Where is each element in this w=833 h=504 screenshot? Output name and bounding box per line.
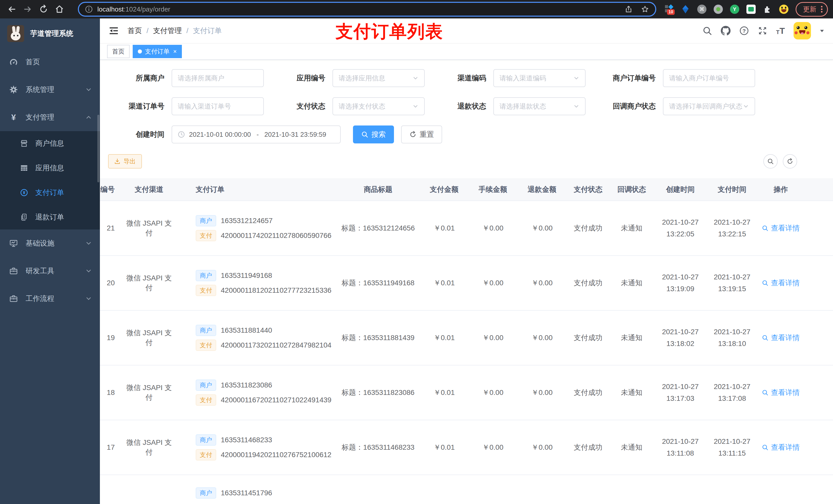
search-button[interactable]: 搜索 [353,125,394,143]
address-bar[interactable]: localhost:1024/pay/order [78,2,656,17]
view-detail-link[interactable]: 查看详情 [762,388,800,398]
forward-icon[interactable] [23,5,32,14]
extension-kite-icon[interactable] [681,5,690,14]
home-icon[interactable] [55,5,64,14]
sidebar-item-refund-order[interactable]: 退款订单 [0,205,100,230]
merchant-order-no: 1635311823086 [221,381,272,389]
pay-tag: 支付 [196,449,216,460]
pay-amount: ￥0.01 [420,256,468,310]
sidebar: 芋道管理系统 首页 系统管理 ¥ 支付管理 商户信息 [0,19,100,504]
view-detail-link[interactable]: 查看详情 [762,278,800,288]
order-id: 21 [100,201,121,256]
breadcrumb-home[interactable]: 首页 [127,26,142,35]
order-id: 20 [100,256,121,310]
fee-amount: ￥0.00 [468,256,518,310]
breadcrumb: 首页 / 支付管理 / 支付订单 [127,26,222,35]
github-icon[interactable] [721,26,731,35]
top-navbar: 首页 / 支付管理 / 支付订单 ? TT [100,19,833,44]
merchant-select-input[interactable]: 请选择所属商户 [172,69,264,87]
app-logo-row[interactable]: 芋道管理系统 [0,19,100,48]
pay-order-cell: 商户1635311823086 支付4200001167202110271022… [177,365,336,420]
extension-puzzle-icon[interactable] [763,5,772,14]
extension-command-icon[interactable]: ⌘ [697,5,707,14]
bookmark-star-icon[interactable] [641,5,649,13]
extension-grid-icon[interactable]: 10 [664,5,674,14]
refresh-table-button[interactable] [783,154,797,169]
channel-code-select[interactable]: 请输入渠道编码 [493,69,586,87]
monitor-icon [9,239,18,248]
sidebar-item-label: 首页 [26,57,40,67]
merchant-tag: 商户 [196,380,216,391]
filter-label: 创建时间 [123,129,164,139]
sidebar-item-label: 支付管理 [26,113,54,122]
tag-pay-order[interactable]: 支付订单× [133,45,182,58]
pay-tag: 支付 [196,340,216,351]
product-title: 标题：1635311881439 [336,310,420,365]
filter-label: 商户订单编号 [606,73,656,83]
pay-status-select[interactable]: 请选择支付状态 [332,97,425,115]
merchant-tag: 商户 [196,215,216,226]
chevron-down-icon [743,103,749,110]
page-content: 所属商户 请选择所属商户 应用编号 请选择应用信息 渠道编码 请输入渠道编码 [100,60,833,504]
col-title: 商品标题 [336,178,420,201]
product-title: 标题：1635311823086 [336,365,420,420]
pay-status: 支付成功 [567,310,610,365]
merchant-tag: 商户 [196,325,216,336]
magnifier-icon [762,389,768,396]
site-info-icon[interactable] [85,5,93,13]
breadcrumb-section[interactable]: 支付管理 [153,26,182,35]
browser-menu-icon[interactable] [821,6,823,13]
sidebar-scrollbar[interactable] [97,115,99,182]
view-detail-link[interactable]: 查看详情 [762,333,800,343]
channel-order-no-input[interactable]: 请输入渠道订单号 [172,97,264,115]
chevron-down-icon [86,268,92,274]
pay-channel: 微信 JSAPI 支付 [121,310,177,365]
browser-update-button[interactable]: 更新 [795,2,828,17]
sidebar-item-merchant-info[interactable]: 商户信息 [0,131,100,156]
tag-close-icon[interactable]: × [173,48,177,55]
notify-status-select[interactable]: 请选择订单回调商户状态 [663,97,755,115]
font-size-icon[interactable]: TT [776,26,785,35]
help-icon[interactable]: ? [739,26,749,35]
search-icon [361,131,368,138]
yen-circle-icon: ¥ [20,189,28,197]
sidebar-item-app-info[interactable]: 应用信息 [0,156,100,180]
table-row: 17 微信 JSAPI 支付 商户1635311468233 支付4200001… [100,420,833,475]
sidebar-item-label: 应用信息 [35,163,64,173]
sidebar-item-system[interactable]: 系统管理 [0,76,100,103]
sidebar-item-dev-tools[interactable]: 研发工具 [0,257,100,285]
view-detail-link[interactable]: 查看详情 [762,442,800,452]
paid-time: 2021-10-2713:11:15 [707,420,757,475]
sidebar-item-pay-order[interactable]: ¥ 支付订单 [0,180,100,205]
sidebar-item-workflow[interactable]: 工作流程 [0,285,100,312]
back-icon[interactable] [7,5,16,14]
share-icon[interactable] [624,5,633,13]
sidebar-item-infrastructure[interactable]: 基础设施 [0,230,100,257]
app-title: 芋道管理系统 [30,29,73,39]
refund-status-select[interactable]: 请选择退款状态 [493,97,586,115]
caret-down-icon[interactable] [820,28,824,33]
tag-home[interactable]: 首页 [107,45,129,58]
sidebar-toggle-icon[interactable] [109,26,119,36]
export-button[interactable]: 导出 [108,154,142,169]
table-header-row: 编号 支付渠道 支付订单 商品标题 支付金额 手续金额 退款金额 支付状态 回调… [100,178,833,201]
extension-yuque-icon[interactable]: Y [730,5,739,14]
chevron-up-icon [86,114,92,120]
sidebar-item-home[interactable]: 首页 [0,48,100,76]
view-detail-link[interactable]: 查看详情 [762,223,800,233]
refund-amount: ￥0.00 [518,310,567,365]
merchant-order-no-input[interactable]: 请输入商户订单编号 [663,69,755,87]
pay-channel: 微信 JSAPI 支付 [121,365,177,420]
reset-button[interactable]: 重置 [401,125,442,143]
reload-icon[interactable] [39,5,48,14]
avatar[interactable] [793,22,811,40]
search-icon[interactable] [703,26,712,35]
toggle-search-button[interactable] [763,154,778,169]
extension-chat-icon[interactable] [746,5,756,14]
sidebar-item-payment[interactable]: ¥ 支付管理 [0,103,100,131]
app-select[interactable]: 请选择应用信息 [332,69,425,87]
fullscreen-icon[interactable] [758,26,767,35]
extension-record-icon[interactable] [714,5,723,14]
date-range-picker[interactable]: 2021-10-01 00:00:00 - 2021-10-31 23:59:5… [172,125,341,143]
extension-emoji-icon[interactable] [779,5,788,14]
